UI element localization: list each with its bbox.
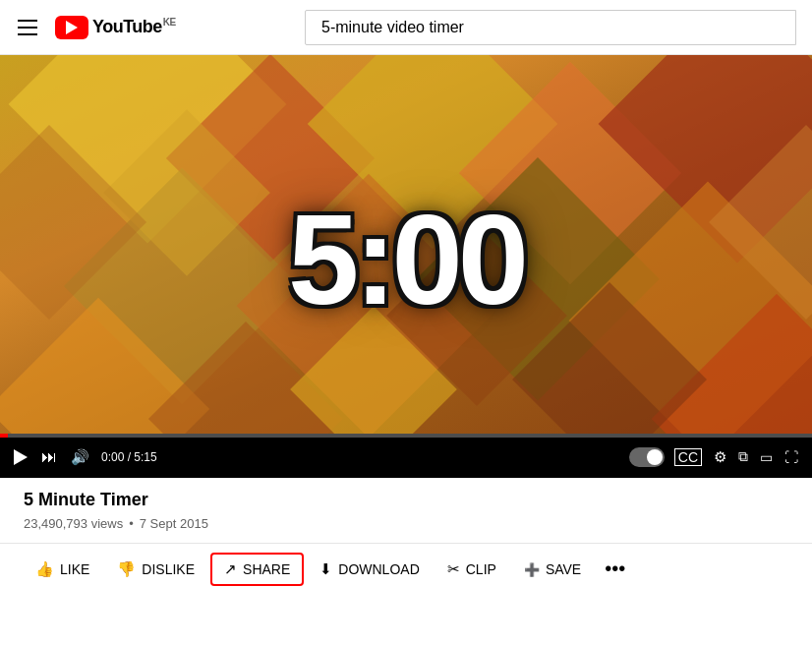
play-button[interactable] — [12, 447, 29, 467]
settings-icon: ⚙ — [714, 448, 726, 466]
youtube-play-icon — [55, 16, 88, 39]
more-options-button[interactable]: ••• — [597, 552, 633, 586]
thumbs-down-icon — [117, 560, 136, 578]
download-button[interactable]: DOWNLOAD — [308, 553, 431, 586]
fullscreen-button[interactable]: ⛶ — [783, 447, 800, 467]
timer-display: 5:00 — [288, 186, 524, 333]
miniplayer-button[interactable]: ⧉ — [736, 446, 750, 467]
progress-bar-fill — [0, 434, 8, 438]
fullscreen-icon: ⛶ — [784, 449, 798, 465]
video-player: 5:00 ⏭ 🔊 0:00 / 5:15 CC ⚙ ⧉ ▭ — [0, 55, 812, 478]
download-icon — [319, 560, 332, 578]
settings-button[interactable]: ⚙ — [712, 446, 728, 468]
miniplayer-icon: ⧉ — [738, 448, 748, 465]
video-title: 5 Minute Timer — [24, 490, 788, 510]
controls-right: CC ⚙ ⧉ ▭ ⛶ — [629, 446, 800, 468]
volume-button[interactable]: 🔊 — [69, 446, 91, 468]
thumbs-up-icon — [35, 560, 54, 578]
video-meta: 23,490,793 views • 7 Sept 2015 — [24, 516, 788, 531]
video-controls: ⏭ 🔊 0:00 / 5:15 CC ⚙ ⧉ ▭ ⛶ — [0, 434, 812, 478]
action-bar: LIKE DISLIKE ↗ SHARE DOWNLOAD CLIP SAVE … — [0, 543, 812, 594]
scissors-icon — [447, 560, 460, 578]
search-bar — [305, 10, 796, 45]
like-button[interactable]: LIKE — [24, 553, 101, 586]
video-info: 5 Minute Timer 23,490,793 views • 7 Sept… — [0, 478, 812, 539]
theater-button[interactable]: ▭ — [758, 447, 775, 467]
subtitles-button[interactable]: CC — [672, 446, 704, 468]
clip-button[interactable]: CLIP — [435, 553, 508, 586]
upload-date: 7 Sept 2015 — [140, 516, 208, 531]
theater-icon: ▭ — [760, 449, 773, 465]
share-icon: ↗ — [224, 560, 237, 578]
skip-button[interactable]: ⏭ — [39, 446, 59, 468]
hamburger-menu-button[interactable] — [16, 18, 39, 37]
header-left: YouTubeKE — [16, 16, 176, 39]
save-icon — [524, 560, 540, 578]
hamburger-icon — [18, 20, 37, 35]
subtitles-icon: CC — [674, 448, 702, 466]
progress-bar[interactable] — [0, 434, 812, 438]
time-display: 0:00 / 5:15 — [101, 450, 157, 464]
volume-icon: 🔊 — [71, 448, 89, 466]
youtube-logo[interactable]: YouTubeKE — [55, 16, 176, 39]
search-input[interactable] — [305, 10, 796, 45]
dislike-button[interactable]: DISLIKE — [105, 553, 206, 586]
header: YouTubeKE — [0, 0, 812, 55]
save-button[interactable]: SAVE — [512, 553, 593, 586]
more-icon: ••• — [605, 557, 625, 579]
play-icon — [14, 449, 28, 465]
skip-icon: ⏭ — [41, 448, 57, 466]
share-button[interactable]: ↗ SHARE — [210, 553, 304, 586]
meta-dot: • — [129, 516, 134, 531]
autoplay-toggle[interactable] — [629, 447, 665, 467]
view-count: 23,490,793 views — [24, 516, 123, 531]
youtube-logo-text: YouTubeKE — [92, 17, 176, 37]
